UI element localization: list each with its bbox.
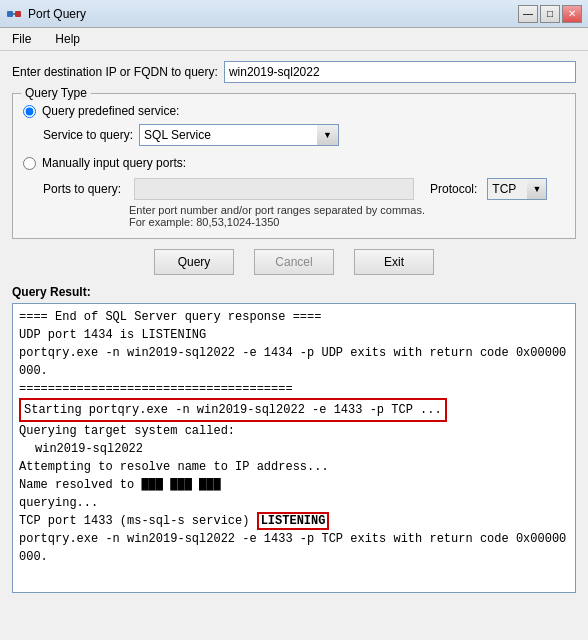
predefined-radio-row: Query predefined service:: [23, 104, 565, 118]
svg-rect-0: [7, 11, 13, 17]
button-row: Query Cancel Exit: [12, 249, 576, 275]
listening-badge: LISTENING: [257, 512, 330, 530]
result-line: UDP port 1434 is LISTENING: [19, 326, 569, 344]
destination-row: Enter destination IP or FQDN to query:: [12, 61, 576, 83]
title-bar: Port Query — □ ✕: [0, 0, 588, 28]
help-menu[interactable]: Help: [51, 30, 84, 48]
ports-label: Ports to query:: [43, 182, 128, 196]
result-line: ======================================: [19, 380, 569, 398]
predefined-radio[interactable]: [23, 105, 36, 118]
result-label: Query Result:: [12, 285, 576, 299]
result-line: Starting portqry.exe -n win2019-sql2022 …: [19, 398, 569, 422]
close-button[interactable]: ✕: [562, 5, 582, 23]
protocol-label: Protocol:: [430, 182, 477, 196]
file-menu[interactable]: File: [8, 30, 35, 48]
menu-bar: File Help: [0, 28, 588, 51]
minimize-button[interactable]: —: [518, 5, 538, 23]
destination-label: Enter destination IP or FQDN to query:: [12, 65, 218, 79]
result-line: Name resolved to ███ ███ ███: [19, 476, 569, 494]
hint-line2: For example: 80,53,1024-1350: [129, 216, 565, 228]
query-button[interactable]: Query: [154, 249, 234, 275]
service-row: Service to query: SQL Service DNS Servic…: [43, 124, 565, 146]
manual-radio[interactable]: [23, 157, 36, 170]
manual-label[interactable]: Manually input query ports:: [42, 156, 186, 170]
result-line: Querying target system called:: [19, 422, 569, 440]
cancel-button[interactable]: Cancel: [254, 249, 334, 275]
protocol-select[interactable]: TCP UDP: [487, 178, 547, 200]
result-line: win2019-sql2022: [19, 440, 569, 458]
result-box[interactable]: ==== End of SQL Server query response ==…: [12, 303, 576, 593]
ports-input[interactable]: [134, 178, 414, 200]
title-text: Port Query: [28, 7, 86, 21]
hint-text: Enter port number and/or port ranges sep…: [129, 204, 565, 228]
maximize-button[interactable]: □: [540, 5, 560, 23]
app-icon: [6, 6, 22, 22]
destination-input[interactable]: [224, 61, 576, 83]
title-bar-buttons: — □ ✕: [518, 5, 582, 23]
result-line: portqry.exe -n win2019-sql2022 -e 1433 -…: [19, 530, 569, 566]
result-line: portqry.exe -n win2019-sql2022 -e 1434 -…: [19, 344, 569, 380]
query-type-group: Query Type Query predefined service: Ser…: [12, 93, 576, 239]
exit-button[interactable]: Exit: [354, 249, 434, 275]
manual-radio-row: Manually input query ports:: [23, 156, 565, 170]
service-label: Service to query:: [43, 128, 133, 142]
hint-line1: Enter port number and/or port ranges sep…: [129, 204, 565, 216]
service-select[interactable]: SQL Service DNS Service HTTP Service LDA…: [139, 124, 339, 146]
svg-rect-1: [15, 11, 21, 17]
title-bar-left: Port Query: [6, 6, 86, 22]
result-line: ==== End of SQL Server query response ==…: [19, 308, 569, 326]
result-line: Attempting to resolve name to IP address…: [19, 458, 569, 476]
main-content: Enter destination IP or FQDN to query: Q…: [0, 51, 588, 603]
ports-row: Ports to query: Protocol: TCP UDP ▼: [43, 178, 565, 200]
group-title: Query Type: [21, 86, 91, 100]
result-line: TCP port 1433 (ms-sql-s service) LISTENI…: [19, 512, 569, 530]
result-line: querying...: [19, 494, 569, 512]
predefined-label[interactable]: Query predefined service:: [42, 104, 179, 118]
